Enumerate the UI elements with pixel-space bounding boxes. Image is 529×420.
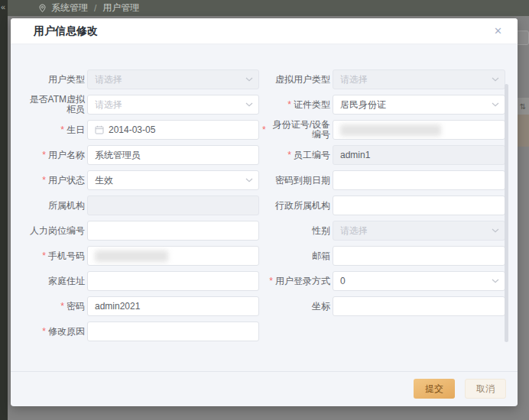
field-row-coordinates: 坐标 (262, 296, 505, 316)
field-user-type: 请选择 (87, 69, 259, 89)
user-type-label: 用户类型 (23, 75, 85, 85)
field-row-mobile-number: *手机号码 (23, 246, 259, 266)
login-method-label: *用户登录方式 (262, 276, 330, 286)
modify-reason-label: *修改原因 (23, 327, 85, 337)
vertical-scrollbar[interactable] (505, 84, 508, 342)
organization-label-text: 所属机构 (48, 201, 85, 211)
field-row-modify-reason: *修改原因 (23, 321, 259, 341)
login-method-label-text: 用户登录方式 (275, 276, 330, 286)
field-login-method[interactable]: 0 (333, 271, 505, 291)
field-mobile-number[interactable] (87, 246, 259, 266)
field-virtual-user-type: 请选择 (333, 69, 505, 89)
field-gender: 请选择 (333, 221, 505, 241)
close-icon[interactable]: ✕ (491, 24, 505, 37)
field-password-expiry[interactable] (333, 170, 505, 190)
virtual-user-type-label: 虚拟用户类型 (262, 75, 330, 85)
gender-label-text: 性别 (312, 226, 330, 236)
field-atm-virtual-teller[interactable]: 请选择 (87, 95, 259, 115)
user-name-value: 系统管理员 (95, 149, 141, 162)
dialog-footer: 提交 取消 (11, 371, 518, 405)
field-hr-position-id[interactable] (87, 221, 259, 241)
field-row-email: 邮箱 (262, 246, 505, 266)
admin-organization-label-text: 行政所属机构 (275, 201, 330, 211)
field-row-admin-organization: 行政所属机构 (262, 195, 505, 215)
breadcrumb-section[interactable]: 系统管理 (51, 2, 88, 15)
collapsed-sidebar (0, 0, 8, 420)
atm-virtual-teller-label-text: 是否ATM虚拟柜员 (23, 95, 85, 115)
employee-id-label: *员工编号 (262, 150, 330, 160)
user-status-label: *用户状态 (23, 176, 85, 186)
home-address-label: 家庭住址 (23, 276, 85, 286)
required-asterisk: * (287, 100, 291, 110)
field-birthday[interactable]: 2014-03-05 (87, 120, 259, 140)
field-id-card-type[interactable]: 居民身份证 (333, 95, 505, 115)
field-modify-reason[interactable] (87, 321, 259, 341)
field-row-password: *密码admin2021 (23, 296, 259, 316)
required-asterisk: * (60, 125, 64, 135)
field-email[interactable] (333, 246, 505, 266)
required-asterisk: * (42, 176, 46, 186)
field-row-employee-id: *员工编号admin1 (262, 145, 505, 165)
field-coordinates[interactable] (333, 296, 505, 316)
field-row-organization: 所属机构 (23, 195, 259, 215)
dialog-body: 用户类型请选择是否ATM虚拟柜员请选择*生日2014-03-05*用户名称系统管… (11, 44, 518, 371)
required-asterisk: * (287, 150, 291, 160)
field-user-name[interactable]: 系统管理员 (87, 145, 259, 165)
required-asterisk: * (60, 302, 64, 312)
chevron-down-icon (245, 102, 253, 107)
dialog-title: 用户信息修改 (34, 24, 98, 38)
field-row-birthday: *生日2014-03-05 (23, 120, 259, 140)
masked-value (340, 124, 441, 136)
field-home-address[interactable] (87, 271, 259, 291)
required-asterisk: * (262, 125, 266, 135)
submit-button[interactable]: 提交 (414, 379, 455, 399)
atm-virtual-teller-label: 是否ATM虚拟柜员 (23, 95, 85, 115)
id-card-type-label-text: 证件类型 (294, 100, 330, 110)
required-asterisk: * (269, 276, 273, 286)
calendar-icon (95, 125, 104, 134)
field-row-user-type: 用户类型请选择 (23, 69, 259, 89)
cancel-button[interactable]: 取消 (465, 379, 506, 399)
breadcrumb-page[interactable]: 用户管理 (102, 2, 139, 15)
home-address-label-text: 家庭住址 (48, 276, 85, 286)
hr-position-id-label: 人力岗位编号 (23, 226, 85, 236)
collapse-sidebar-icon[interactable]: « (1, 2, 5, 11)
field-password[interactable]: admin2021 (87, 296, 259, 316)
user-status-value: 生效 (95, 174, 113, 187)
form-column-right: 虚拟用户类型请选择*证件类型居民身份证*身份证号/设备编号*员工编号admin1… (262, 69, 505, 347)
organization-label: 所属机构 (23, 201, 85, 211)
required-asterisk: * (42, 327, 46, 337)
id-number-label-text: 身份证号/设备编号 (268, 120, 330, 140)
form-columns: 用户类型请选择是否ATM虚拟柜员请选择*生日2014-03-05*用户名称系统管… (23, 69, 505, 347)
field-row-user-status: *用户状态生效 (23, 170, 259, 190)
field-organization (87, 195, 259, 215)
field-admin-organization[interactable] (333, 195, 505, 215)
field-row-gender: 性别请选择 (262, 221, 505, 241)
birthday-value: 2014-03-05 (109, 124, 155, 135)
field-row-user-name: *用户名称系统管理员 (23, 145, 259, 165)
user-name-label-text: 用户名称 (48, 150, 85, 160)
background-table-row-fragment (518, 115, 529, 147)
field-id-number[interactable] (333, 120, 505, 140)
field-row-id-card-type: *证件类型居民身份证 (262, 95, 505, 115)
field-user-status[interactable]: 生效 (87, 170, 259, 190)
employee-id-value: admin1 (340, 150, 370, 160)
field-row-virtual-user-type: 虚拟用户类型请选择 (262, 69, 505, 89)
field-row-atm-virtual-teller: 是否ATM虚拟柜员请选择 (23, 95, 259, 115)
field-row-password-expiry: 密码到期日期 (262, 170, 505, 190)
chevron-down-icon (492, 279, 499, 283)
employee-id-label-text: 员工编号 (294, 150, 330, 160)
password-expiry-label: 密码到期日期 (262, 176, 330, 186)
field-row-id-number: *身份证号/设备编号 (262, 120, 505, 140)
admin-organization-label: 行政所属机构 (262, 201, 330, 211)
email-label: 邮箱 (262, 251, 330, 261)
breadcrumb: 系统管理 / 用户管理 (38, 2, 139, 15)
masked-value (95, 250, 168, 262)
virtual-user-type-value: 请选择 (340, 73, 368, 86)
chevron-down-icon (492, 102, 499, 107)
coordinates-label: 坐标 (262, 302, 330, 312)
form-column-left: 用户类型请选择是否ATM虚拟柜员请选择*生日2014-03-05*用户名称系统管… (23, 69, 259, 347)
password-value: admin2021 (95, 301, 140, 312)
background-search-box-fragment (516, 31, 529, 45)
birthday-label-text: 生日 (67, 125, 85, 135)
